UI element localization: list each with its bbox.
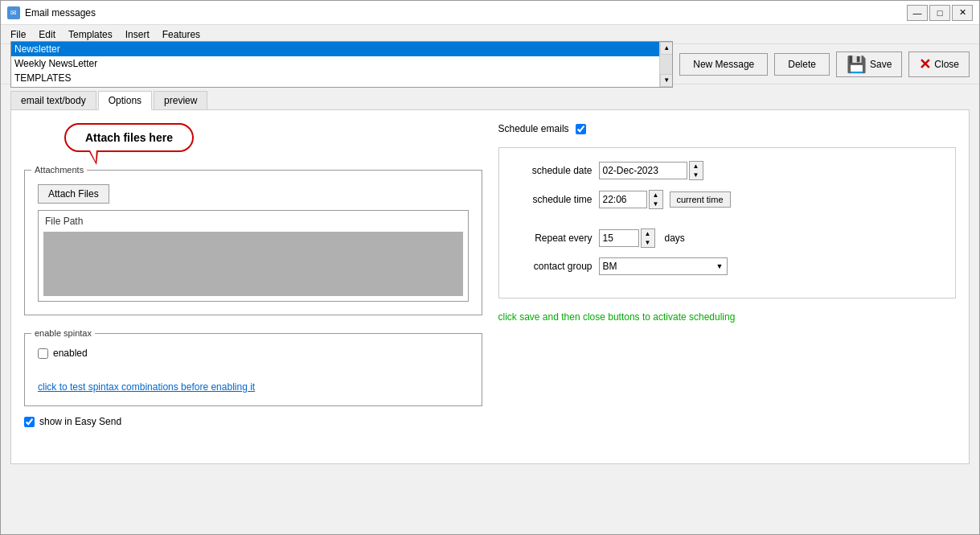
menu-templates[interactable]: Templates	[62, 27, 119, 42]
attach-files-button[interactable]: Attach Files	[38, 184, 109, 204]
tab-options[interactable]: Options	[98, 91, 152, 110]
callout-text: Attach files here	[85, 131, 173, 144]
tab-email-body[interactable]: email text/body	[10, 91, 96, 109]
close-window-button[interactable]: ✕	[952, 5, 973, 21]
window-title: Email messages	[25, 7, 96, 19]
schedule-time-input[interactable]: 22:06	[599, 191, 647, 208]
repeat-input[interactable]: 15	[599, 229, 639, 247]
schedule-time-label: schedule time	[512, 194, 593, 205]
contact-group-value: BM	[603, 261, 617, 272]
close-label: Close	[934, 59, 959, 70]
schedule-status-text: click save and then close buttons to act…	[498, 311, 957, 323]
save-button[interactable]: 💾 Save	[836, 51, 902, 77]
show-easy-send-checkbox[interactable]	[24, 417, 35, 427]
file-path-header: File Path	[42, 214, 465, 228]
scroll-down-btn[interactable]: ▼	[660, 74, 673, 87]
time-spin-up[interactable]: ▲	[650, 191, 662, 200]
repeat-unit: days	[665, 233, 685, 244]
title-bar: ✉ Email messages — □ ✕	[1, 1, 979, 25]
contact-row: contact group BM ▼	[512, 257, 943, 275]
new-message-button[interactable]: New Message	[679, 53, 768, 76]
list-scrollbar[interactable]: ▲ ▼	[659, 42, 672, 87]
repeat-input-group: 15 ▲ ▼	[599, 228, 655, 248]
spintax-enabled-row: enabled	[38, 348, 469, 359]
list-item-weekly[interactable]: Weekly NewsLetter	[11, 56, 672, 71]
spintax-legend: enable spintax	[31, 328, 95, 338]
minimize-button[interactable]: —	[907, 5, 928, 21]
show-easy-send-label: show in Easy Send	[39, 416, 121, 427]
date-spinner-controls: ▲ ▼	[689, 161, 703, 180]
spintax-spacer	[38, 365, 469, 381]
list-item-newsletter[interactable]: Newsletter	[11, 42, 672, 56]
content-grid: Attach files here Attachments Attach Fil…	[24, 123, 956, 427]
schedule-box: schedule date 02-Dec-2023 ▲ ▼	[498, 147, 957, 298]
repeat-spin-down[interactable]: ▼	[642, 238, 654, 247]
callout-arrow-inner	[89, 149, 96, 162]
repeat-spinner-controls: ▲ ▼	[641, 228, 655, 248]
spintax-test-link[interactable]: click to test spintax combinations befor…	[38, 381, 255, 393]
title-bar-left: ✉ Email messages	[7, 6, 96, 19]
repeat-label: Repeat every	[512, 233, 593, 244]
close-button[interactable]: ✕ Close	[908, 51, 970, 77]
repeat-row: Repeat every 15 ▲ ▼ days	[512, 228, 943, 248]
app-icon: ✉	[7, 6, 20, 19]
attachments-fieldset: Attachments Attach Files File Path	[24, 165, 482, 315]
save-label: Save	[870, 59, 892, 70]
main-window: ✉ Email messages — □ ✕ File Edit Templat…	[0, 0, 980, 535]
date-input-group: 02-Dec-2023 ▲ ▼	[599, 161, 703, 180]
attachments-content: Attach Files File Path	[31, 178, 475, 308]
callout-bubble: Attach files here	[64, 123, 194, 152]
file-path-box: File Path	[38, 210, 469, 302]
date-spin-up[interactable]: ▲	[690, 162, 703, 171]
show-easy-send-row: show in Easy Send	[24, 416, 482, 427]
menu-file[interactable]: File	[4, 27, 32, 42]
time-spinner-controls: ▲ ▼	[649, 190, 663, 209]
spintax-enabled-label: enabled	[53, 348, 88, 359]
contact-label: contact group	[512, 261, 593, 272]
schedule-time-row: schedule time 22:06 ▲ ▼ current time	[512, 190, 943, 209]
file-path-area	[43, 232, 463, 296]
schedule-date-input[interactable]: 02-Dec-2023	[599, 162, 687, 179]
spintax-fieldset: enable spintax enabled click to test spi…	[24, 328, 482, 406]
time-spin-down[interactable]: ▼	[650, 200, 662, 208]
tab-preview[interactable]: preview	[154, 91, 207, 109]
menu-features[interactable]: Features	[156, 27, 207, 42]
time-input-group: 22:06 ▲ ▼	[599, 190, 663, 209]
title-controls: — □ ✕	[907, 5, 973, 21]
menu-insert[interactable]: Insert	[119, 27, 156, 42]
attachments-legend: Attachments	[31, 165, 87, 175]
tabs: email text/body Options preview	[10, 91, 970, 110]
spintax-content: enabled click to test spintax combinatio…	[31, 341, 475, 399]
date-spin-down[interactable]: ▼	[690, 171, 703, 179]
schedule-enabled-checkbox[interactable]	[576, 124, 586, 134]
tab-content: Attach files here Attachments Attach Fil…	[10, 110, 970, 464]
left-column: Attach files here Attachments Attach Fil…	[24, 123, 482, 427]
maximize-button[interactable]: □	[929, 5, 950, 21]
close-icon: ✕	[919, 56, 931, 73]
list-item-templates[interactable]: TEMPLATES	[11, 71, 672, 85]
repeat-spin-up[interactable]: ▲	[642, 229, 654, 238]
contact-group-select[interactable]: BM ▼	[599, 257, 728, 275]
current-time-button[interactable]: current time	[670, 191, 731, 208]
spacer	[512, 219, 943, 228]
delete-button[interactable]: Delete	[774, 53, 830, 76]
spintax-enabled-checkbox[interactable]	[38, 348, 48, 359]
dropdown-chevron-icon: ▼	[716, 262, 724, 270]
callout-container: Attach files here	[64, 123, 482, 152]
schedule-date-label: schedule date	[512, 165, 593, 176]
menu-edit[interactable]: Edit	[32, 27, 62, 42]
scroll-thumb[interactable]	[660, 55, 672, 74]
save-icon: 💾	[847, 55, 867, 74]
schedule-label: Schedule emails	[498, 123, 569, 134]
toolbar-buttons: New Message Delete 💾 Save ✕ Close	[679, 51, 970, 77]
schedule-date-row: schedule date 02-Dec-2023 ▲ ▼	[512, 161, 943, 180]
main-content: email text/body Options preview Attach f…	[1, 84, 979, 534]
toolbar: Newsletter Weekly NewsLetter TEMPLATES ▲…	[1, 44, 979, 84]
schedule-header: Schedule emails	[498, 123, 957, 134]
scroll-up-btn[interactable]: ▲	[660, 42, 673, 55]
right-column: Schedule emails schedule date 02-Dec-202…	[498, 123, 957, 427]
template-listbox[interactable]: Newsletter Weekly NewsLetter TEMPLATES ▲…	[10, 41, 673, 88]
